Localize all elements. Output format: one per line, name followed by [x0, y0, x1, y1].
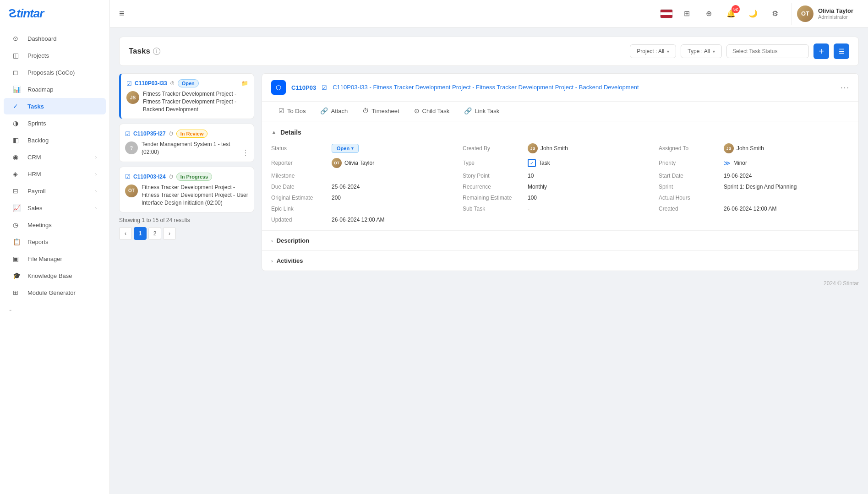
- sidebar-item-proposals[interactable]: ◻ Proposals (CoCo): [4, 64, 106, 81]
- dashboard-icon: ⊙: [13, 35, 22, 42]
- topbar: ≡ ⊞ ⊕ 🔔 52 🌙 ⚙ OT Olivia Taylor: [110, 0, 868, 27]
- task-tabs: ☑ To Dos 🔗 Attach ⏱ Timesheet ⊙ Child Ta…: [262, 102, 858, 121]
- task-badge-inprogress: In Progress: [176, 173, 213, 181]
- sidebar-item-label: Reports: [27, 239, 49, 245]
- sidebar-item-module-generator[interactable]: ⊞ Module Generator: [4, 284, 106, 301]
- topbar-actions: ⊞ ⊕ 🔔 52 🌙 ⚙ OT Olivia Taylor Administra…: [660, 3, 859, 25]
- menu-toggle-button[interactable]: ≡: [119, 8, 125, 19]
- detail-task-id-badge: ☑: [322, 84, 327, 91]
- pagination-info: Showing 1 to 15 of 24 results: [119, 217, 254, 223]
- task-clock-icon: ⏱: [170, 81, 175, 86]
- reporter-value: OT Olivia Taylor: [332, 158, 457, 168]
- created-by-label: Created By: [463, 145, 522, 152]
- pagination-page-2-button[interactable]: 2: [148, 227, 161, 240]
- theme-toggle-button[interactable]: 🌙: [745, 6, 761, 22]
- sidebar-item-file-manager[interactable]: ▣ File Manager: [4, 250, 106, 267]
- task-item[interactable]: ☑ C110P35-I27 ⏱ In Review ? Tender Manag…: [119, 124, 254, 162]
- pagination-prev-button[interactable]: ‹: [119, 227, 132, 240]
- sidebar-item-backlog[interactable]: ◧ Backlog: [4, 132, 106, 148]
- sidebar-item-label: File Manager: [27, 255, 62, 262]
- sidebar-item-tasks[interactable]: ✓ Tasks: [4, 98, 106, 114]
- task-more-icon[interactable]: ⋮: [242, 148, 249, 157]
- user-info: Olivia Taylor Administrator: [818, 7, 853, 20]
- task-item[interactable]: ☑ C110P03-I33 ⏱ Open 📁 JS Fitness Tracke…: [119, 73, 254, 119]
- sidebar-more: -: [0, 301, 109, 319]
- task-item[interactable]: ☑ C110P03-I24 ⏱ In Progress OT Fitness T…: [119, 167, 254, 212]
- reporter-text: Olivia Taylor: [344, 160, 374, 166]
- sprint-label: Sprint: [659, 184, 718, 190]
- type-filter-button[interactable]: Type : All ▾: [681, 44, 722, 58]
- knowledge-base-icon: 🎓: [13, 272, 22, 279]
- activities-section-header[interactable]: › Activities: [271, 257, 849, 264]
- project-filter-button[interactable]: Project : All ▾: [630, 44, 676, 58]
- notification-wrapper[interactable]: 🔔 52: [723, 6, 739, 22]
- reports-icon: 📋: [13, 238, 22, 245]
- tab-link-task[interactable]: 🔗 Link Task: [457, 102, 507, 121]
- info-circle-icon[interactable]: i: [153, 48, 160, 55]
- sidebar-item-knowledge-base[interactable]: 🎓 Knowledge Base: [4, 267, 106, 284]
- task-detail-panel: ⬡ C110P03 ☑ C110P03-I33 - Fitness Tracke…: [262, 73, 859, 271]
- grid-view-button[interactable]: ☰: [834, 43, 849, 59]
- sidebar-nav: ⊙ Dashboard ◫ Projects ◻ Proposals (CoCo…: [0, 27, 109, 494]
- description-arrow-icon: ›: [271, 238, 273, 244]
- timesheet-tab-label: Timesheet: [371, 108, 399, 114]
- sidebar-logo: Stintar: [0, 0, 109, 27]
- sidebar-item-payroll[interactable]: ⊟ Payroll ›: [4, 183, 106, 199]
- task-list-panel: ☑ C110P03-I33 ⏱ Open 📁 JS Fitness Tracke…: [119, 73, 254, 240]
- pagination-next-button[interactable]: ›: [163, 227, 176, 240]
- language-flag[interactable]: [660, 9, 673, 18]
- activities-section-title: Activities: [277, 257, 303, 264]
- user-profile[interactable]: OT Olivia Taylor Administrator: [791, 3, 859, 25]
- activities-section: › Activities: [262, 250, 858, 271]
- tab-todos[interactable]: ☑ To Dos: [271, 102, 313, 121]
- epic-link-label: Epic Link: [271, 206, 326, 212]
- tab-attach[interactable]: 🔗 Attach: [313, 102, 355, 121]
- due-date-value: 25-06-2024: [332, 184, 457, 190]
- priority-label: Priority: [659, 160, 718, 166]
- task-badge-open: Open: [178, 79, 199, 87]
- description-section-header[interactable]: › Description: [271, 237, 849, 244]
- task-id: C110P03-I24: [133, 174, 166, 180]
- footer-text: 2024 © Stintar: [824, 280, 859, 287]
- pagination: ‹ 1 2 ›: [119, 227, 254, 240]
- add-task-button[interactable]: +: [813, 43, 829, 59]
- sidebar-item-projects[interactable]: ◫ Projects: [4, 47, 106, 64]
- created-by-text: John Smith: [540, 145, 568, 152]
- content-area: Tasks i Project : All ▾ Type : All ▾ + ☰: [110, 27, 868, 494]
- sidebar-item-reports[interactable]: 📋 Reports: [4, 233, 106, 250]
- sidebar-item-sales[interactable]: 📈 Sales ›: [4, 200, 106, 216]
- pagination-page-1-button[interactable]: 1: [134, 227, 147, 240]
- settings-button[interactable]: ⚙: [767, 6, 783, 22]
- detail-more-button[interactable]: ⋯: [840, 82, 849, 93]
- crosshair-button[interactable]: ⊕: [701, 6, 717, 22]
- sidebar-item-label: Module Generator: [27, 289, 76, 296]
- tab-timesheet[interactable]: ⏱ Timesheet: [355, 102, 406, 121]
- sidebar-item-meetings[interactable]: ◷ Meetings: [4, 217, 106, 233]
- priority-value: ≫ Minor: [724, 159, 849, 167]
- sidebar-item-dashboard[interactable]: ⊙ Dashboard: [4, 30, 106, 47]
- detail-title: C110P03-I33 - Fitness Tracker Developmen…: [333, 84, 835, 92]
- start-date-label: Start Date: [659, 173, 718, 179]
- tab-child-task[interactable]: ⊙ Child Task: [407, 102, 457, 121]
- proposals-icon: ◻: [13, 69, 22, 76]
- priority-text: Minor: [733, 160, 747, 166]
- apps-grid-button[interactable]: ⊞: [679, 6, 695, 22]
- status-value[interactable]: Open ▾: [332, 144, 457, 153]
- todos-tab-icon: ☑: [278, 107, 284, 114]
- task-clock-icon: ⏱: [169, 131, 174, 136]
- sidebar-item-roadmap[interactable]: 📊 Roadmap: [4, 81, 106, 98]
- timesheet-tab-icon: ⏱: [362, 107, 369, 114]
- detail-project-id: C110P03: [291, 84, 316, 91]
- description-section: › Description: [262, 230, 858, 250]
- sidebar-item-sprints[interactable]: ◑ Sprints: [4, 115, 106, 131]
- updated-label: Updated: [271, 217, 326, 223]
- sidebar-item-crm[interactable]: ◉ CRM ›: [4, 149, 106, 165]
- crm-icon: ◉: [13, 153, 22, 161]
- details-section-header[interactable]: ▲ Details: [271, 129, 849, 136]
- status-search-input[interactable]: [726, 44, 809, 58]
- sidebar-item-label: Tasks: [27, 103, 44, 110]
- remaining-estimate-label: Remaining Estimate: [463, 195, 522, 201]
- original-estimate-label: Original Estimate: [271, 195, 326, 201]
- sidebar-item-hrm[interactable]: ◈ HRM ›: [4, 166, 106, 182]
- child-task-tab-label: Child Task: [422, 108, 450, 114]
